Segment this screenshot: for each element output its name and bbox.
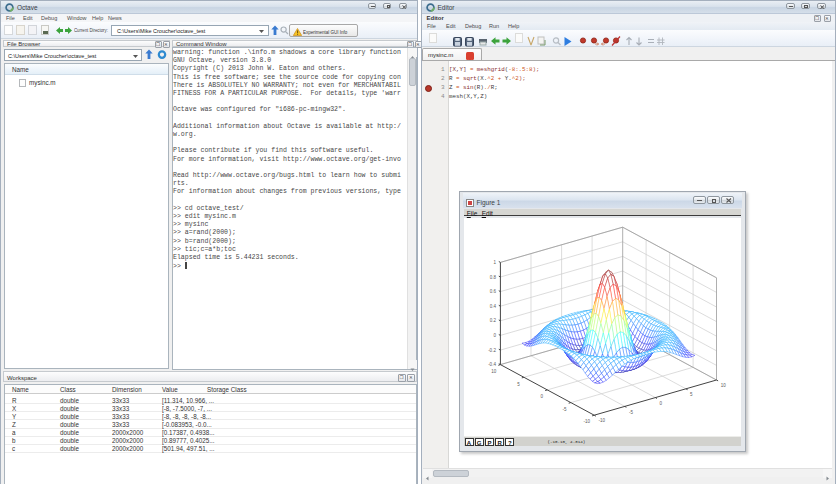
svg-text:10: 10 (721, 383, 727, 388)
svg-text:1: 1 (493, 260, 496, 265)
svg-text:0: 0 (493, 333, 496, 338)
svg-text:0.6: 0.6 (490, 289, 497, 294)
svg-text:5: 5 (517, 382, 520, 387)
svg-text:0.4: 0.4 (490, 304, 497, 309)
svg-text:-5: -5 (629, 410, 633, 415)
svg-text:0: 0 (541, 394, 544, 399)
svg-text:10: 10 (491, 369, 497, 374)
svg-text:-0.4: -0.4 (488, 362, 496, 367)
svg-text:-10: -10 (583, 420, 590, 425)
svg-text:0.2: 0.2 (490, 319, 497, 324)
svg-text:0.8: 0.8 (490, 275, 497, 280)
svg-text:0: 0 (660, 401, 663, 406)
svg-text:-5: -5 (563, 407, 567, 412)
svg-text:-0.2: -0.2 (488, 348, 496, 353)
svg-text:5: 5 (690, 392, 693, 397)
svg-text:-10: -10 (598, 419, 605, 424)
